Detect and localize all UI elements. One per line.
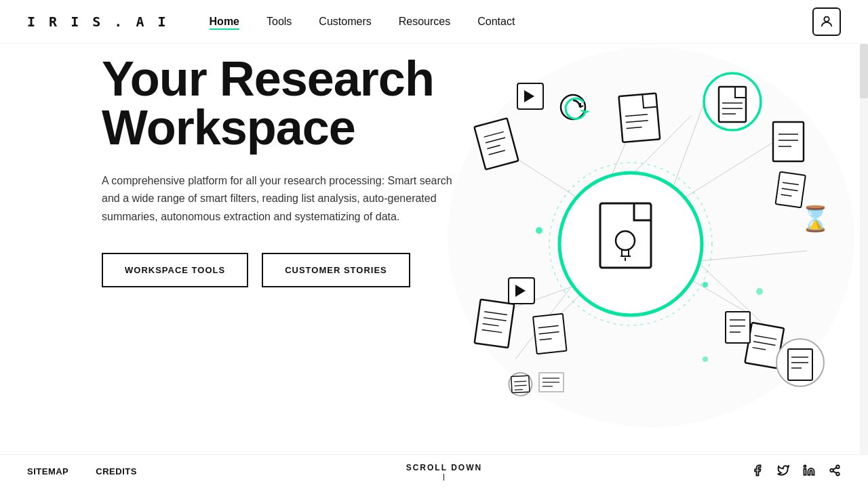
nav-item-home[interactable]: Home — [210, 16, 239, 28]
svg-point-79 — [756, 288, 763, 295]
svg-point-89 — [836, 472, 840, 476]
svg-rect-31 — [719, 87, 746, 122]
user-icon[interactable] — [812, 7, 841, 36]
svg-rect-48 — [475, 300, 515, 348]
hero-illustration: ⌛ — [407, 27, 868, 447]
logo[interactable]: I R I S . A I — [27, 14, 169, 30]
svg-rect-73 — [726, 312, 750, 343]
svg-rect-26 — [618, 93, 660, 142]
svg-point-87 — [836, 465, 840, 468]
scrollbar[interactable] — [860, 44, 868, 488]
nav-item-tools[interactable]: Tools — [267, 16, 292, 28]
facebook-icon[interactable] — [751, 464, 764, 479]
svg-text:⌛: ⌛ — [800, 204, 831, 233]
scroll-down-area: SCROLL DOWN — [137, 462, 751, 481]
svg-point-88 — [830, 468, 833, 472]
svg-line-90 — [833, 471, 836, 473]
nav-links: Home Tools Customers Resources Contact — [210, 16, 812, 28]
customer-stories-button[interactable]: CUSTOMER STORIES — [262, 253, 410, 287]
social-links — [751, 464, 841, 479]
svg-line-72 — [515, 390, 523, 390]
svg-line-91 — [833, 467, 836, 469]
workspace-tools-button[interactable]: WORKSPACE TOOLS — [102, 253, 248, 287]
share-icon[interactable] — [829, 464, 841, 479]
linkedin-icon[interactable] — [803, 464, 815, 479]
nav-item-customers[interactable]: Customers — [319, 16, 371, 28]
svg-rect-35 — [773, 122, 804, 161]
scroll-line — [443, 474, 444, 481]
svg-point-78 — [703, 282, 708, 287]
credits-link[interactable]: CREDITS — [96, 466, 137, 476]
nav-item-resources[interactable]: Resources — [399, 16, 450, 28]
svg-rect-69 — [511, 375, 530, 392]
scroll-down-text: SCROLL DOWN — [406, 462, 482, 474]
svg-point-80 — [703, 357, 708, 362]
main-content: Your Research Workspace A comprehensive … — [0, 0, 868, 488]
svg-rect-55 — [533, 314, 567, 354]
svg-point-86 — [804, 465, 806, 467]
svg-rect-64 — [788, 349, 812, 380]
navigation: I R I S . A I Home Tools Customers Resou… — [0, 0, 868, 44]
footer: SITEMAP CREDITS SCROLL DOWN — [0, 454, 868, 488]
twitter-icon[interactable] — [777, 464, 789, 479]
illustration-svg: ⌛ — [407, 27, 868, 447]
svg-point-0 — [824, 17, 829, 22]
svg-point-77 — [536, 227, 542, 234]
sitemap-link[interactable]: SITEMAP — [27, 466, 68, 476]
nav-item-contact[interactable]: Contact — [477, 16, 515, 28]
scrollbar-thumb[interactable] — [860, 44, 868, 98]
svg-rect-85 — [804, 468, 806, 474]
footer-links: SITEMAP CREDITS — [27, 466, 137, 476]
